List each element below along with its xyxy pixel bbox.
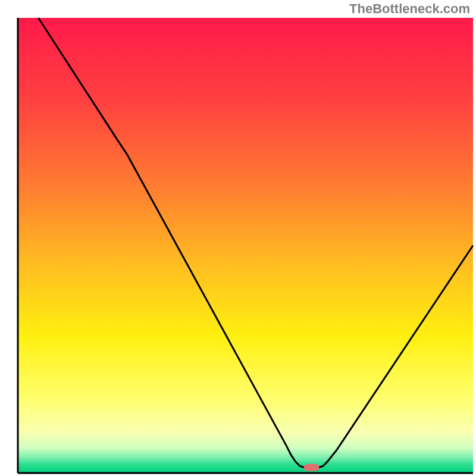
watermark-text: TheBottleneck.com (349, 1, 470, 17)
bottleneck-chart (0, 0, 476, 476)
optimal-marker (303, 464, 319, 471)
chart-container: TheBottleneck.com (0, 0, 476, 476)
plot-background (18, 18, 473, 473)
